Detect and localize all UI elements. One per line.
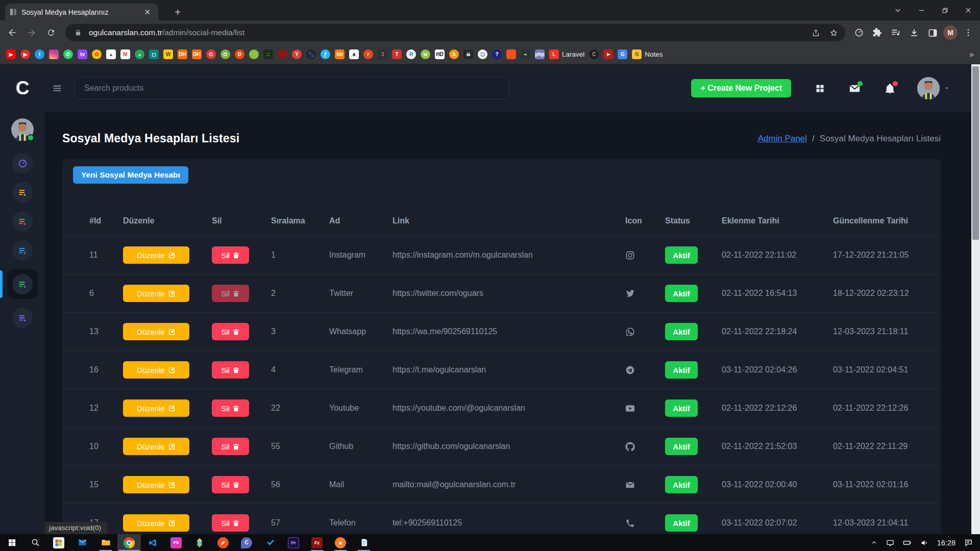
bookmark-item-25[interactable]: r (363, 49, 373, 59)
bookmark-item-10[interactable]: ◻ (149, 49, 159, 59)
bookmark-item-18[interactable]: :: (263, 49, 273, 59)
bookmark-item-20[interactable]: Y (292, 49, 302, 59)
bookmark-item-8[interactable]: M (120, 49, 130, 59)
search-input[interactable] (75, 77, 509, 99)
downloads-icon[interactable] (906, 25, 922, 40)
app-logo[interactable]: C (0, 78, 45, 99)
bookmark-item-0[interactable]: ▶ (6, 49, 16, 59)
cell-link[interactable]: https://github.com/ogulcanarslan (393, 442, 625, 451)
edit-button[interactable]: Düzenle (123, 476, 189, 493)
browser-tab[interactable]: Sosyal Medya Hesaplarınız ✕ (5, 4, 158, 20)
delete-button[interactable]: Sil (212, 476, 249, 493)
extensions-puzzle-icon[interactable] (870, 25, 885, 40)
taskbar-start-button[interactable] (0, 534, 23, 551)
bookmark-item-laravel[interactable]: LLaravel (549, 49, 584, 59)
bookmark-item-5[interactable]: tv (78, 49, 87, 59)
taskbar-pencil-icon[interactable] (211, 534, 235, 551)
taskbar-todo-icon[interactable] (258, 534, 282, 551)
user-avatar[interactable] (917, 77, 940, 99)
cell-link[interactable]: https://wa.me/902569110125 (393, 327, 625, 336)
sidebar-item-2[interactable] (0, 182, 45, 203)
bookmark-item-31[interactable]: b (449, 49, 459, 59)
taskbar-vscode-icon[interactable] (141, 534, 164, 551)
taskbar-store-icon[interactable] (47, 534, 70, 551)
reload-button[interactable] (43, 24, 59, 41)
bookmark-item-41[interactable]: G (618, 49, 627, 59)
bookmark-item-39[interactable]: C (589, 49, 599, 59)
breadcrumb-admin-panel-link[interactable]: Admin Panel (758, 134, 807, 144)
address-bar[interactable]: ogulcanarslan.com.tr/admin/social-media/… (65, 24, 845, 41)
delete-button[interactable]: Sil (212, 438, 249, 455)
edit-button[interactable]: Düzenle (123, 514, 189, 532)
window-minimize-button[interactable] (910, 0, 933, 20)
bookmark-item-3[interactable] (49, 49, 59, 59)
tray-battery-icon[interactable] (903, 538, 912, 547)
taskbar-phpstorm-icon[interactable]: PS (164, 534, 188, 551)
delete-button[interactable]: Sil (212, 246, 249, 264)
bookmark-item-29[interactable]: w (421, 49, 430, 59)
taskbar-premiere-icon[interactable]: Pr (282, 534, 305, 551)
share-icon[interactable] (810, 29, 822, 37)
notifications-bell-icon[interactable] (884, 83, 896, 94)
cell-link[interactable]: https://twitter.com/oguars (393, 289, 625, 298)
taskbar-filezilla-icon[interactable]: Fz (305, 534, 329, 551)
delete-button[interactable]: Sil (212, 399, 249, 417)
lock-icon[interactable] (72, 29, 84, 36)
taskbar-search-icon[interactable] (23, 534, 47, 551)
page-scrollbar[interactable] (971, 64, 980, 534)
taskbar-clock[interactable]: 16:28 (937, 539, 955, 547)
new-tab-button[interactable]: + (170, 5, 185, 19)
bookmark-item-19[interactable] (278, 49, 287, 59)
cell-link[interactable]: https://youtube.com/@ogulcanarslan (393, 404, 625, 413)
delete-button[interactable]: Sil (212, 285, 249, 302)
bookmark-item-34[interactable]: ? (492, 49, 502, 59)
reading-list-icon[interactable] (888, 25, 903, 40)
delete-button[interactable]: Sil (212, 514, 249, 532)
cell-link[interactable]: https://t.me/ogulcanarslan (393, 365, 625, 374)
sidebar-item-6[interactable] (0, 308, 45, 328)
new-social-account-button[interactable]: Yeni Sosyal Medya Hesabı (73, 166, 188, 184)
tray-monitor-icon[interactable] (886, 539, 894, 547)
tray-volume-icon[interactable] (920, 539, 928, 547)
bookmark-item-28[interactable]: R (406, 49, 416, 59)
window-close-button[interactable] (957, 0, 980, 20)
bookmark-item-2[interactable]: t (35, 49, 44, 59)
bookmark-item-33[interactable]: ⬡ (478, 49, 487, 59)
bookmark-item-24[interactable]: a (349, 49, 359, 59)
bookmark-item-23[interactable]: hb (335, 49, 345, 59)
bookmarks-overflow-icon[interactable]: » (969, 50, 974, 59)
taskbar-chrome-icon[interactable] (117, 534, 141, 551)
window-restore-button[interactable] (933, 0, 957, 20)
edit-button[interactable]: Düzenle (123, 246, 189, 264)
cell-link[interactable]: mailto:mail@ogulcanarslan.com.tr (393, 480, 625, 489)
taskbar-mail-icon[interactable] (70, 534, 94, 551)
bookmark-item-40[interactable]: ➤ (603, 49, 613, 59)
sidebar-item-5-active[interactable] (0, 269, 45, 299)
edit-button[interactable]: Düzenle (123, 285, 189, 302)
apps-grid-icon[interactable] (815, 83, 825, 94)
sidebar-item-4[interactable] (0, 240, 45, 261)
side-panel-icon[interactable] (925, 25, 940, 40)
taskbar-notepad-icon[interactable] (352, 534, 376, 551)
bookmark-item-15[interactable]: ⏻ (220, 49, 230, 59)
create-new-project-button[interactable]: + Create New Project (691, 79, 791, 97)
bookmark-item-17[interactable] (249, 49, 259, 59)
bookmark-item-4[interactable]: ✆ (63, 49, 73, 59)
tab-close-icon[interactable]: ✕ (141, 7, 153, 18)
bookmark-item-14[interactable]: ⏻ (206, 49, 216, 59)
bookmark-item-6[interactable]: ✿ (92, 49, 102, 59)
bookmark-item-12[interactable]: DH (178, 49, 187, 59)
menu-toggle-icon[interactable] (52, 83, 62, 93)
bookmark-item-26[interactable]: 3 (378, 49, 387, 59)
taskbar-corel-icon[interactable]: C (235, 534, 258, 551)
extension-gauge-icon[interactable] (851, 25, 867, 40)
edit-button[interactable]: Düzenle (123, 361, 189, 379)
bookmark-item-1[interactable]: ▶ (20, 49, 30, 59)
bookmark-item-36[interactable]: ⌁ (521, 49, 530, 59)
bookmark-item-27[interactable]: T (392, 49, 402, 59)
delete-button[interactable]: Sil (212, 361, 249, 379)
browser-profile-avatar[interactable]: M (943, 26, 958, 40)
bookmark-item-notes[interactable]: NNotes (632, 49, 663, 59)
back-button[interactable] (4, 24, 20, 41)
bookmark-item-35[interactable] (506, 49, 516, 59)
